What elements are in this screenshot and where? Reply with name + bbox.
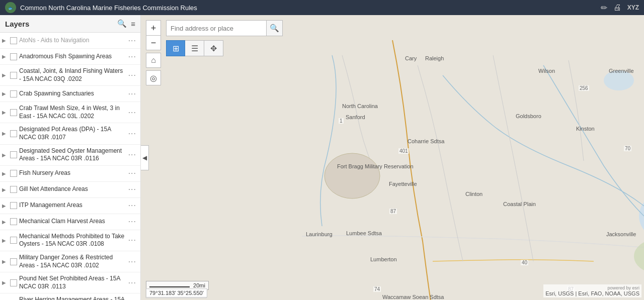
layer-menu-pound-net[interactable]: ···: [127, 278, 137, 287]
layer-chevron-itp[interactable]: ▶: [2, 203, 8, 209]
svg-point-7: [325, 153, 380, 198]
layer-chevron-designated-seed[interactable]: ▶: [2, 152, 8, 158]
layer-label-pound-net: Pound Net Set Prohibited Areas - 15A NCA…: [19, 275, 125, 290]
list-view-button[interactable]: ☰: [185, 40, 204, 56]
layer-chevron-gill-net[interactable]: ▶: [2, 187, 8, 192]
search-input[interactable]: [166, 20, 267, 36]
layer-menu-itp[interactable]: ···: [127, 201, 137, 210]
layer-item-crab-trawl: ▶ Crab Trawl Mesh Size, 4 in West, 3 in …: [0, 102, 140, 123]
edit-icon[interactable]: ✏: [601, 3, 607, 13]
main-layout: Layers 🔍 ≡ ▶ AtoNs - Aids to Navigation …: [0, 15, 644, 300]
layer-checkbox-itp[interactable]: [10, 202, 17, 209]
print-icon[interactable]: 🖨: [613, 3, 621, 12]
layer-checkbox-mechanical-clam[interactable]: [10, 218, 17, 225]
layer-chevron-pound-net[interactable]: ▶: [2, 280, 8, 285]
layer-chevron-mechanical-clam[interactable]: ▶: [2, 219, 8, 225]
sidebar-toolbar: 🔍 ≡: [117, 19, 135, 28]
app-title: Common North Carolina Marine Fisheries C…: [20, 4, 197, 12]
logo-icon: 🐟: [7, 4, 15, 12]
grid-view-button[interactable]: ⊞: [166, 40, 185, 56]
layer-item-mechanical-clam: ▶ Mechanical Clam Harvest Areas ···: [0, 214, 140, 230]
layer-label-river-herring: River Herring Management Areas - 15A NCA…: [19, 296, 125, 300]
layer-chevron-anadromous[interactable]: ▶: [2, 54, 8, 59]
layer-item-fish-nursery: ▶ Fish Nursery Areas ···: [0, 166, 140, 182]
view-toggles: ⊞ ☰ ✥: [166, 40, 223, 56]
zoom-in-button[interactable]: +: [146, 20, 161, 35]
layer-menu-mechanical-clam[interactable]: ···: [127, 217, 137, 226]
layer-checkbox-gill-net[interactable]: [10, 186, 17, 193]
layer-chevron-mechanical-methods[interactable]: ▶: [2, 238, 8, 243]
layer-checkbox-anadromous[interactable]: [10, 53, 17, 60]
layer-item-coastal: ▶ Coastal, Joint, & Inland Fishing Water…: [0, 65, 140, 86]
layer-checkbox-crab-trawl[interactable]: [10, 109, 17, 116]
filter-layers-icon[interactable]: ≡: [131, 20, 135, 28]
layer-label-crab-trawl: Crab Trawl Mesh Size, 4 in West, 3 in Ea…: [19, 105, 125, 120]
layer-menu-crab-trawl[interactable]: ···: [127, 108, 137, 117]
layer-menu-anadromous[interactable]: ···: [127, 52, 137, 61]
locate-button[interactable]: ◎: [146, 70, 161, 85]
layer-label-coastal: Coastal, Joint, & Inland Fishing Waters …: [19, 67, 125, 83]
layer-checkbox-atons[interactable]: [10, 37, 17, 44]
app-logo: 🐟: [5, 2, 16, 13]
app-header: 🐟 Common North Carolina Marine Fisheries…: [0, 0, 644, 15]
layer-item-crab-spawning: ▶ Crab Spawning Sanctuaries ···: [0, 86, 140, 102]
layer-chevron-coastal[interactable]: ▶: [2, 72, 8, 78]
layer-label-crab-spawning: Crab Spawning Sanctuaries: [19, 90, 125, 98]
svg-text:🐟: 🐟: [8, 6, 13, 11]
layer-chevron-crab-spawning[interactable]: ▶: [2, 91, 8, 96]
layer-checkbox-fish-nursery[interactable]: [10, 170, 17, 177]
sidebar-title: Layers: [5, 20, 29, 28]
layer-menu-military[interactable]: ···: [127, 257, 137, 266]
layer-checkbox-pound-net[interactable]: [10, 279, 17, 286]
layer-item-pound-net: ▶ Pound Net Set Prohibited Areas - 15A N…: [0, 272, 140, 293]
layer-menu-fish-nursery[interactable]: ···: [127, 169, 137, 178]
layer-item-military: ▶ Military Danger Zones & Restricted Are…: [0, 251, 140, 272]
map-area[interactable]: CaryRaleighWilsonGreenvilleNorth Carolin…: [141, 15, 644, 300]
layer-item-designated-seed: ▶ Designated Seed Oyster Management Area…: [0, 145, 140, 166]
layer-item-atons: ▶ AtoNs - Aids to Navigation ···: [0, 33, 140, 49]
move-view-button[interactable]: ✥: [204, 40, 223, 56]
layer-chevron-designated-pot[interactable]: ▶: [2, 131, 8, 136]
layer-label-gill-net: Gill Net Attendance Areas: [19, 185, 125, 193]
layer-checkbox-coastal[interactable]: [10, 72, 17, 79]
layer-label-fish-nursery: Fish Nursery Areas: [19, 169, 125, 177]
layer-checkbox-designated-seed[interactable]: [10, 151, 17, 158]
layer-label-mechanical-clam: Mechanical Clam Harvest Areas: [19, 218, 125, 226]
svg-rect-2: [141, 15, 644, 300]
xyz-button[interactable]: XYZ: [627, 4, 639, 11]
layer-label-designated-seed: Designated Seed Oyster Management Areas …: [19, 147, 125, 163]
layer-menu-gill-net[interactable]: ···: [127, 185, 137, 194]
layer-chevron-fish-nursery[interactable]: ▶: [2, 171, 8, 176]
layer-chevron-atons[interactable]: ▶: [2, 38, 8, 43]
home-button[interactable]: ⌂: [146, 53, 161, 68]
layer-checkbox-military[interactable]: [10, 258, 17, 265]
layer-menu-designated-pot[interactable]: ···: [127, 129, 137, 138]
layer-label-military: Military Danger Zones & Restricted Areas…: [19, 254, 125, 269]
layer-item-designated-pot: ▶ Designated Pot Areas (DPA) - 15A NCAC …: [0, 123, 140, 144]
layer-menu-mechanical-methods[interactable]: ···: [127, 236, 137, 245]
layer-menu-designated-seed[interactable]: ···: [127, 150, 137, 159]
search-layers-icon[interactable]: 🔍: [117, 19, 127, 28]
layer-item-itp: ▶ ITP Management Areas ···: [0, 198, 140, 214]
layer-item-gill-net: ▶ Gill Net Attendance Areas ···: [0, 182, 140, 198]
layer-chevron-crab-trawl[interactable]: ▶: [2, 110, 8, 115]
layer-list: ▶ AtoNs - Aids to Navigation ··· ▶ Anadr…: [0, 33, 140, 300]
sidebar-header: Layers 🔍 ≡: [0, 15, 140, 33]
zoom-out-button[interactable]: −: [146, 35, 161, 50]
layer-menu-coastal[interactable]: ···: [127, 71, 137, 80]
layer-label-mechanical-methods: Mechanical Methods Prohibited to Take Oy…: [19, 233, 125, 248]
layer-menu-crab-spawning[interactable]: ···: [127, 89, 137, 98]
layer-menu-atons[interactable]: ···: [127, 36, 137, 45]
layer-checkbox-crab-spawning[interactable]: [10, 90, 17, 97]
layer-label-designated-pot: Designated Pot Areas (DPA) - 15A NCAC 03…: [19, 126, 125, 141]
layer-item-anadromous: ▶ Anadromous Fish Spawning Areas ···: [0, 49, 140, 65]
layer-checkbox-designated-pot[interactable]: [10, 130, 17, 137]
header-left: 🐟 Common North Carolina Marine Fisheries…: [5, 2, 197, 13]
coordinates-display: 79°31.183' 35°25.550': [146, 288, 207, 297]
map-attribution: powered by esri Esri, USGS | Esri, FAO, …: [543, 284, 641, 297]
collapse-sidebar-button[interactable]: ◀: [141, 145, 149, 170]
search-button[interactable]: 🔍: [267, 20, 283, 36]
layer-checkbox-mechanical-methods[interactable]: [10, 237, 17, 244]
sidebar: Layers 🔍 ≡ ▶ AtoNs - Aids to Navigation …: [0, 15, 141, 300]
layer-chevron-military[interactable]: ▶: [2, 259, 8, 264]
